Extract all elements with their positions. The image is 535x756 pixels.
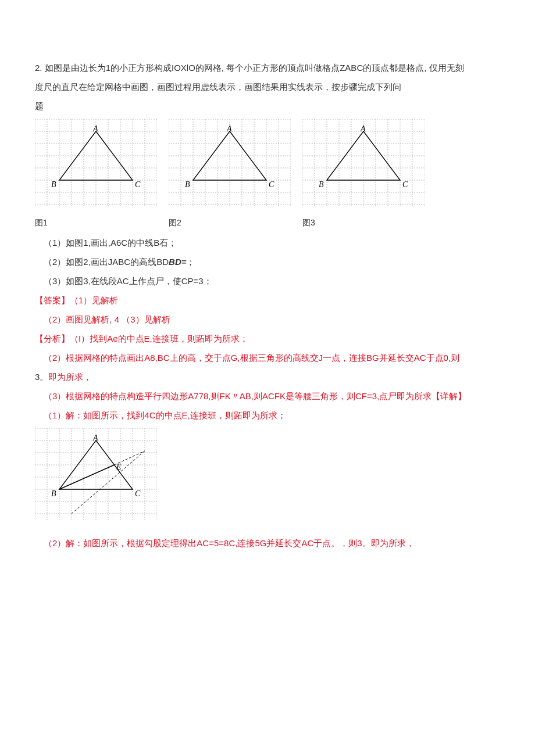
figure-2: A B C 图2 [169, 119, 291, 232]
question-number: 2. [35, 63, 42, 73]
answer-header: 【答案】（1）见解析 [35, 291, 500, 310]
grid-1: A B C [35, 119, 157, 213]
figures-row: A B C 图1 A B C 图2 [35, 119, 500, 232]
question-stem-line-1: 2. 如图是由边长为1的小正方形构成IOXlO的网格, 每个小正方形的顶点叫做格… [35, 58, 500, 77]
detail-header: 【详解】 [431, 391, 466, 401]
label-B: B [51, 485, 56, 503]
label-A: A [93, 120, 98, 138]
part-2-b: BD= [169, 257, 186, 267]
grid-sol-1: A B C E [35, 428, 500, 528]
label-A: A [93, 429, 98, 447]
figure-3: A B C 图3 [302, 119, 425, 232]
figure-1: A B C 图1 [35, 119, 157, 232]
figure-3-label: 图3 [302, 214, 425, 232]
grid-2: A B C [169, 119, 291, 213]
analysis-2b-b: 即为所求， [48, 372, 92, 382]
analysis-2b-a: 3。 [35, 372, 48, 382]
part-2-c: ； [186, 257, 195, 267]
label-C: C [402, 176, 408, 194]
part-2-a: （2）如图2,画出JABC的高线BD [44, 257, 169, 267]
label-A: A [227, 120, 232, 138]
label-B: B [319, 176, 324, 194]
answer-2b: （3）见解析 [122, 314, 170, 324]
label-A: A [361, 120, 366, 138]
figure-2-label: 图2 [169, 214, 291, 232]
page: 2. 如图是由边长为1的小正方形构成IOXlO的网格, 每个小正方形的顶点叫做格… [0, 0, 535, 599]
detail-2-a: （2）解：如图所示，根据勾股定理得出AC=5=8C,连接5G并延长交AC于点。，… [44, 538, 371, 548]
label-C: C [135, 485, 140, 503]
figure-1-label: 图1 [35, 214, 157, 232]
part-3: （3）如图3,在线段AC上作点尸，使CP=3； [35, 271, 500, 291]
analysis-3a: （3）根据网格的特点构造平行四边形A778,则FK〃AB,则ACFK是等腰三角形… [35, 391, 414, 401]
analysis-3b: 所求 [414, 391, 431, 401]
label-C: C [269, 176, 274, 194]
analysis-3: （3）根据网格的特点构造平行四边形A778,则FK〃AB,则ACFK是等腰三角形… [35, 386, 500, 406]
label-B: B [185, 176, 190, 194]
solution-figure-1: A B C E [35, 428, 500, 528]
analysis-header: 【分析】（I）找到Ae的中点E,连接班，则跖即为所求； [35, 329, 500, 348]
part-2: （2）如图2,画出JABC的高线BDBD=； [35, 252, 500, 271]
label-C: C [135, 176, 140, 194]
question-stem-line-2: 度尺的直尺在给定网格中画图，画图过程用虚线表示，画图结果用实线表示，按步骤完成下… [35, 77, 500, 96]
answer-2a: （2）画图见解析, 4 [44, 314, 119, 324]
analysis-2a: （2）根据网格的特点画出A8,BC上的高，交于点G,根据三角形的高线交J一点，连… [35, 348, 500, 367]
analysis-2b: 3。即为所求， [35, 367, 500, 386]
answer-line-2: （2）画图见解析, 4 （3）见解析 [35, 310, 500, 329]
label-B: B [51, 176, 56, 194]
part-1: （1）如图1,画出,A6C的中线B石； [35, 233, 500, 252]
grid-3: A B C [302, 119, 425, 213]
stem-a: 如图是由边长为1的小正方形构成IOXlO的网格, 每个小正方形的顶点叫做格点ZA… [45, 63, 464, 73]
label-E: E [116, 458, 122, 476]
detail-2: （2）解：如图所示，根据勾股定理得出AC=5=8C,连接5G并延长交AC于点。，… [35, 533, 500, 553]
question-stem-line-3: 题 [35, 96, 500, 116]
detail-1: （1）解：如图所示，找到4C的中点E,连接班，则跖即为所求； [35, 406, 500, 425]
detail-2-b: 即为所求， [371, 538, 415, 548]
